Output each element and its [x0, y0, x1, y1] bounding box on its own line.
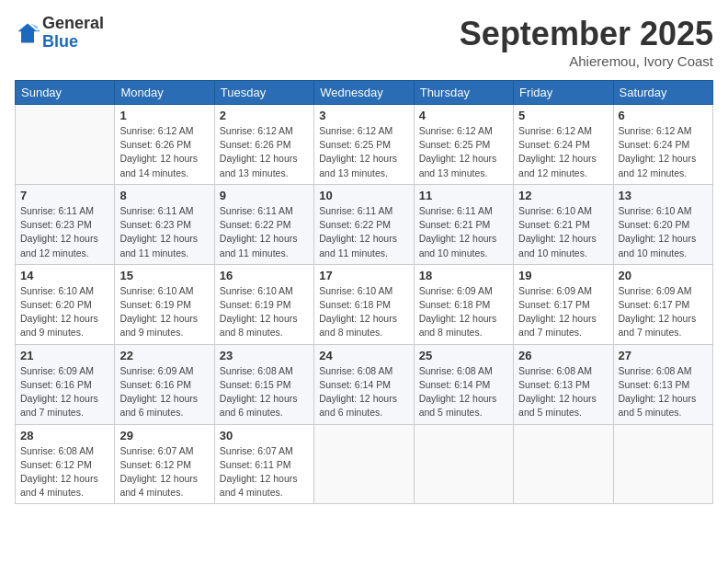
logo: General Blue [15, 15, 104, 52]
calendar-cell: 18Sunrise: 6:09 AM Sunset: 6:18 PM Dayli… [414, 264, 513, 344]
day-of-week-header: Tuesday [214, 81, 313, 105]
calendar-cell: 29Sunrise: 6:07 AM Sunset: 6:12 PM Dayli… [115, 424, 214, 504]
calendar-cell [314, 424, 414, 504]
calendar-cell: 23Sunrise: 6:08 AM Sunset: 6:15 PM Dayli… [214, 344, 313, 424]
calendar-cell: 30Sunrise: 6:07 AM Sunset: 6:11 PM Dayli… [214, 424, 313, 504]
logo-icon [15, 20, 40, 46]
calendar-cell: 2Sunrise: 6:12 AM Sunset: 6:26 PM Daylig… [214, 105, 313, 185]
day-number: 28 [20, 429, 109, 442]
day-number: 10 [319, 189, 408, 202]
day-info: Sunrise: 6:10 AM Sunset: 6:20 PM Dayligh… [20, 284, 109, 340]
calendar-cell: 21Sunrise: 6:09 AM Sunset: 6:16 PM Dayli… [16, 344, 115, 424]
calendar-cell: 17Sunrise: 6:10 AM Sunset: 6:18 PM Dayli… [314, 264, 414, 344]
day-number: 13 [619, 189, 708, 202]
day-info: Sunrise: 6:08 AM Sunset: 6:14 PM Dayligh… [419, 364, 508, 420]
day-info: Sunrise: 6:10 AM Sunset: 6:18 PM Dayligh… [319, 284, 408, 340]
day-info: Sunrise: 6:10 AM Sunset: 6:21 PM Dayligh… [518, 204, 608, 260]
day-info: Sunrise: 6:09 AM Sunset: 6:17 PM Dayligh… [619, 284, 708, 340]
calendar-cell: 7Sunrise: 6:11 AM Sunset: 6:23 PM Daylig… [16, 184, 115, 264]
month-title: September 2025 [460, 15, 713, 53]
day-info: Sunrise: 6:11 AM Sunset: 6:22 PM Dayligh… [319, 204, 408, 260]
calendar-cell [16, 105, 115, 185]
day-info: Sunrise: 6:09 AM Sunset: 6:16 PM Dayligh… [119, 364, 209, 420]
calendar-week-row: 21Sunrise: 6:09 AM Sunset: 6:16 PM Dayli… [16, 344, 713, 424]
calendar-week-row: 1Sunrise: 6:12 AM Sunset: 6:26 PM Daylig… [16, 105, 713, 185]
calendar-cell: 9Sunrise: 6:11 AM Sunset: 6:22 PM Daylig… [214, 184, 313, 264]
calendar-cell: 5Sunrise: 6:12 AM Sunset: 6:24 PM Daylig… [514, 105, 613, 185]
logo-blue: Blue [42, 33, 104, 52]
title-block: September 2025 Ahieremou, Ivory Coast [460, 15, 713, 69]
calendar-cell: 4Sunrise: 6:12 AM Sunset: 6:25 PM Daylig… [414, 105, 513, 185]
day-number: 18 [419, 269, 508, 282]
day-number: 12 [518, 189, 608, 202]
calendar-table: SundayMondayTuesdayWednesdayThursdayFrid… [15, 80, 713, 504]
day-number: 21 [20, 349, 109, 362]
day-info: Sunrise: 6:07 AM Sunset: 6:12 PM Dayligh… [119, 444, 209, 500]
calendar-header-row: SundayMondayTuesdayWednesdayThursdayFrid… [16, 81, 713, 105]
calendar-cell: 1Sunrise: 6:12 AM Sunset: 6:26 PM Daylig… [115, 105, 214, 185]
calendar-cell: 25Sunrise: 6:08 AM Sunset: 6:14 PM Dayli… [414, 344, 513, 424]
calendar-cell: 28Sunrise: 6:08 AM Sunset: 6:12 PM Dayli… [16, 424, 115, 504]
day-info: Sunrise: 6:10 AM Sunset: 6:19 PM Dayligh… [119, 284, 209, 340]
day-number: 26 [518, 349, 608, 362]
day-number: 17 [319, 269, 408, 282]
calendar-week-row: 7Sunrise: 6:11 AM Sunset: 6:23 PM Daylig… [16, 184, 713, 264]
calendar-cell [613, 424, 712, 504]
day-number: 19 [518, 269, 608, 282]
day-number: 9 [220, 189, 309, 202]
day-number: 16 [220, 269, 309, 282]
day-number: 14 [20, 269, 109, 282]
calendar-cell [414, 424, 513, 504]
day-info: Sunrise: 6:12 AM Sunset: 6:26 PM Dayligh… [119, 124, 209, 180]
calendar-cell [514, 424, 613, 504]
day-number: 20 [619, 269, 708, 282]
calendar-cell: 20Sunrise: 6:09 AM Sunset: 6:17 PM Dayli… [613, 264, 712, 344]
calendar-cell: 13Sunrise: 6:10 AM Sunset: 6:20 PM Dayli… [613, 184, 712, 264]
day-info: Sunrise: 6:12 AM Sunset: 6:24 PM Dayligh… [619, 124, 708, 180]
calendar-cell: 24Sunrise: 6:08 AM Sunset: 6:14 PM Dayli… [314, 344, 414, 424]
day-info: Sunrise: 6:11 AM Sunset: 6:21 PM Dayligh… [419, 204, 508, 260]
day-number: 24 [319, 349, 408, 362]
day-info: Sunrise: 6:10 AM Sunset: 6:19 PM Dayligh… [220, 284, 309, 340]
day-of-week-header: Thursday [414, 81, 513, 105]
calendar-cell: 10Sunrise: 6:11 AM Sunset: 6:22 PM Dayli… [314, 184, 414, 264]
day-number: 30 [220, 429, 309, 442]
day-info: Sunrise: 6:08 AM Sunset: 6:13 PM Dayligh… [619, 364, 708, 420]
day-number: 1 [119, 109, 209, 122]
day-info: Sunrise: 6:09 AM Sunset: 6:17 PM Dayligh… [518, 284, 608, 340]
day-info: Sunrise: 6:09 AM Sunset: 6:18 PM Dayligh… [419, 284, 508, 340]
day-info: Sunrise: 6:11 AM Sunset: 6:22 PM Dayligh… [220, 204, 309, 260]
calendar-cell: 15Sunrise: 6:10 AM Sunset: 6:19 PM Dayli… [115, 264, 214, 344]
day-of-week-header: Friday [514, 81, 613, 105]
calendar-cell: 8Sunrise: 6:11 AM Sunset: 6:23 PM Daylig… [115, 184, 214, 264]
day-info: Sunrise: 6:07 AM Sunset: 6:11 PM Dayligh… [220, 444, 309, 500]
calendar-cell: 12Sunrise: 6:10 AM Sunset: 6:21 PM Dayli… [514, 184, 613, 264]
calendar-cell: 3Sunrise: 6:12 AM Sunset: 6:25 PM Daylig… [314, 105, 414, 185]
day-info: Sunrise: 6:12 AM Sunset: 6:25 PM Dayligh… [319, 124, 408, 180]
day-info: Sunrise: 6:09 AM Sunset: 6:16 PM Dayligh… [20, 364, 109, 420]
calendar-week-row: 14Sunrise: 6:10 AM Sunset: 6:20 PM Dayli… [16, 264, 713, 344]
page-header: General Blue September 2025 Ahieremou, I… [15, 15, 713, 69]
day-number: 11 [419, 189, 508, 202]
day-info: Sunrise: 6:10 AM Sunset: 6:20 PM Dayligh… [619, 204, 708, 260]
day-number: 2 [220, 109, 309, 122]
day-info: Sunrise: 6:08 AM Sunset: 6:13 PM Dayligh… [518, 364, 608, 420]
day-info: Sunrise: 6:08 AM Sunset: 6:15 PM Dayligh… [220, 364, 309, 420]
day-of-week-header: Monday [115, 81, 214, 105]
day-info: Sunrise: 6:12 AM Sunset: 6:25 PM Dayligh… [419, 124, 508, 180]
day-number: 22 [119, 349, 209, 362]
logo-general: General [42, 15, 104, 33]
calendar-cell: 14Sunrise: 6:10 AM Sunset: 6:20 PM Dayli… [16, 264, 115, 344]
calendar-cell: 27Sunrise: 6:08 AM Sunset: 6:13 PM Dayli… [613, 344, 712, 424]
calendar-cell: 26Sunrise: 6:08 AM Sunset: 6:13 PM Dayli… [514, 344, 613, 424]
day-number: 23 [220, 349, 309, 362]
day-of-week-header: Sunday [16, 81, 115, 105]
day-number: 29 [119, 429, 209, 442]
calendar-cell: 11Sunrise: 6:11 AM Sunset: 6:21 PM Dayli… [414, 184, 513, 264]
day-of-week-header: Wednesday [314, 81, 414, 105]
day-info: Sunrise: 6:12 AM Sunset: 6:24 PM Dayligh… [518, 124, 608, 180]
day-info: Sunrise: 6:11 AM Sunset: 6:23 PM Dayligh… [119, 204, 209, 260]
calendar-cell: 16Sunrise: 6:10 AM Sunset: 6:19 PM Dayli… [214, 264, 313, 344]
day-number: 6 [619, 109, 708, 122]
calendar-cell: 19Sunrise: 6:09 AM Sunset: 6:17 PM Dayli… [514, 264, 613, 344]
